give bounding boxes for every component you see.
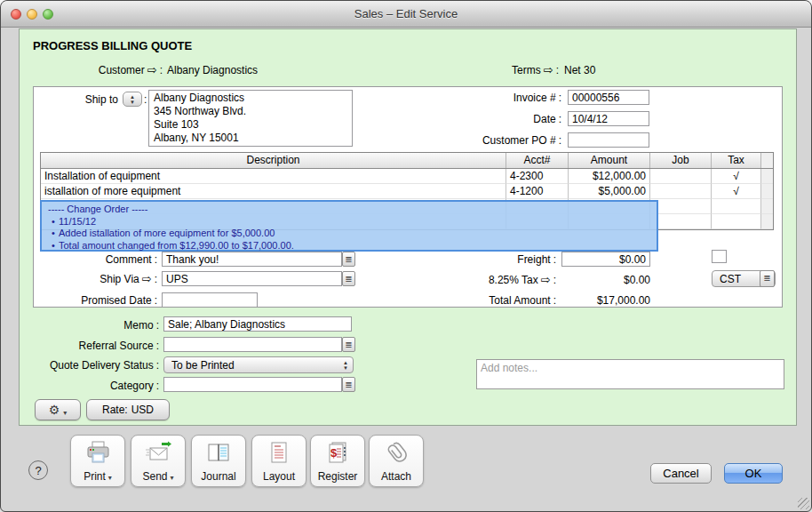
col-header-acct: Acct# [506, 153, 569, 168]
svg-text:$: $ [330, 446, 338, 460]
ship-via-list-button[interactable]: ≣ [342, 271, 355, 286]
comment-list-button[interactable]: ≣ [342, 252, 355, 267]
customer-label: Customer⇨: [63, 64, 163, 76]
customer-po-label: Customer PO #: [436, 134, 561, 147]
customer-value[interactable]: Albany Diagnostics [167, 64, 258, 76]
register-button[interactable]: $ Register [310, 435, 365, 487]
description-cell[interactable]: istallation of more equipment [41, 184, 506, 199]
ok-button[interactable]: OK [724, 463, 783, 484]
layout-button[interactable]: Layout [251, 435, 306, 487]
tax-amount: $0.00 [561, 274, 650, 286]
title-bar: Sales – Edit Service [1, 1, 811, 28]
tax-code-list-button: ≣ [760, 270, 775, 287]
ship-via-field[interactable]: UPS [162, 271, 342, 286]
description-cell[interactable]: Installation of equipment [41, 169, 506, 184]
ship-to-selector[interactable]: ▲ ▼ [123, 92, 142, 107]
printer-icon [84, 439, 112, 471]
help-button[interactable]: ? [28, 460, 48, 480]
referral-source-label: Referral Source: [19, 340, 159, 352]
ship-to-label: Ship to [54, 93, 118, 106]
category-label: Category: [19, 380, 159, 392]
date-label: Date: [436, 113, 561, 125]
freight-field[interactable]: $0.00 [561, 252, 650, 267]
acct-cell[interactable]: 4-2300 [506, 169, 569, 184]
envelope-icon [144, 439, 172, 471]
total-amount-value: $17,000.00 [561, 294, 650, 307]
close-button[interactable] [11, 9, 21, 20]
tax-cell[interactable]: √ [712, 169, 761, 184]
comment-field[interactable]: Thank you! [162, 252, 342, 267]
ship-to-address[interactable]: Albany Diagnostics 345 Northway Blvd. Su… [148, 90, 353, 147]
table-row: istallation of more equipment 4-1200 $5,… [41, 184, 773, 199]
rate-button[interactable]: Rate: USD [86, 399, 170, 420]
category-field[interactable] [163, 377, 342, 392]
col-header-job: Job [650, 153, 712, 168]
tax-zoom-arrow-icon[interactable]: ⇨ [541, 275, 551, 285]
change-order-title: ----- Change Order ----- [48, 204, 650, 216]
window: Sales – Edit Service PROGRESS BILLING QU… [0, 0, 812, 512]
job-cell[interactable] [650, 169, 712, 184]
table-row: Installation of equipment 4-2300 $12,000… [41, 169, 773, 184]
referral-source-list-button[interactable]: ≣ [342, 337, 355, 352]
promised-date-field[interactable] [162, 292, 258, 308]
menu-arrow-icon: ▾ [108, 474, 112, 483]
journal-icon [204, 439, 233, 471]
ship-to-colon: : [144, 93, 147, 106]
change-order-line: •11/15/12 [48, 216, 650, 228]
freight-tax-checkbox[interactable] [712, 250, 727, 263]
journal-button[interactable]: Journal [191, 435, 246, 487]
attach-button[interactable]: Attach [369, 435, 424, 487]
tax-cell[interactable]: √ [712, 184, 761, 199]
terms-value[interactable]: Net 30 [564, 64, 595, 76]
window-title: Sales – Edit Service [1, 1, 811, 27]
job-cell[interactable] [650, 184, 712, 199]
memo-label: Memo: [19, 319, 159, 332]
freight-label: Freight: [436, 253, 556, 266]
col-header-tax: Tax [712, 153, 761, 168]
register-icon: $ [323, 439, 352, 471]
memo-field[interactable]: Sale; Albany Diagnostics [163, 316, 352, 332]
form-type-heading: PROGRESS BILLING QUOTE [33, 39, 192, 52]
tax-code-popup[interactable]: CST ≣ [712, 270, 776, 287]
change-order-note: ----- Change Order ----- •11/15/12 •Adde… [40, 200, 658, 252]
zoom-button[interactable] [43, 9, 53, 20]
change-order-line: •Added istallation of more equipment for… [48, 228, 650, 240]
stepper-down-icon: ▼ [123, 100, 141, 105]
promised-date-label: Promised Date: [36, 294, 157, 307]
resize-grip[interactable] [798, 498, 809, 509]
comment-label: Comment: [36, 253, 157, 266]
minimize-button[interactable] [27, 9, 37, 20]
col-header-description: Description [41, 153, 506, 168]
acct-cell[interactable]: 4-1200 [506, 184, 569, 199]
send-button[interactable]: Send▾ [131, 435, 186, 487]
popup-arrows-icon: ▲▼ [338, 360, 353, 371]
date-field[interactable]: 10/4/12 [568, 111, 649, 126]
col-header-amount: Amount [569, 153, 650, 168]
notes-field[interactable]: Add notes... [476, 359, 784, 389]
menu-arrow-icon: ▾ [63, 409, 67, 418]
tax-label: 8.25% Tax⇨: [418, 274, 556, 286]
col-header-spacer [761, 153, 773, 168]
amount-cell[interactable]: $5,000.00 [569, 184, 650, 199]
quote-delivery-status-popup[interactable]: To be Printed ▲▼ [163, 356, 354, 373]
print-button[interactable]: Print▾ [70, 435, 125, 487]
cancel-button[interactable]: Cancel [650, 463, 712, 484]
terms-zoom-arrow-icon[interactable]: ⇨ [544, 65, 553, 76]
paperclip-icon [382, 439, 410, 471]
customer-po-field[interactable] [568, 132, 649, 148]
invoice-number-field[interactable]: 00000556 [568, 90, 649, 105]
category-list-button[interactable]: ≣ [342, 377, 355, 392]
terms-label: Terms⇨: [481, 64, 559, 76]
ship-via-zoom-arrow-icon[interactable]: ⇨ [142, 274, 152, 284]
change-order-line: •Total amount changed from $12,990.00 to… [48, 240, 650, 252]
gear-menu-button[interactable]: ⚙ ▾ [35, 399, 81, 420]
invoice-number-label: Invoice #: [436, 92, 561, 104]
menu-arrow-icon: ▾ [171, 474, 174, 483]
layout-icon [265, 439, 293, 471]
customer-zoom-arrow-icon[interactable]: ⇨ [147, 65, 157, 76]
amount-cell[interactable]: $12,000.00 [569, 169, 650, 184]
tax-code-value: CST [712, 273, 760, 285]
gear-icon: ⚙ [49, 403, 60, 417]
referral-source-field[interactable] [163, 337, 342, 352]
total-amount-label: Total Amount: [436, 294, 556, 307]
